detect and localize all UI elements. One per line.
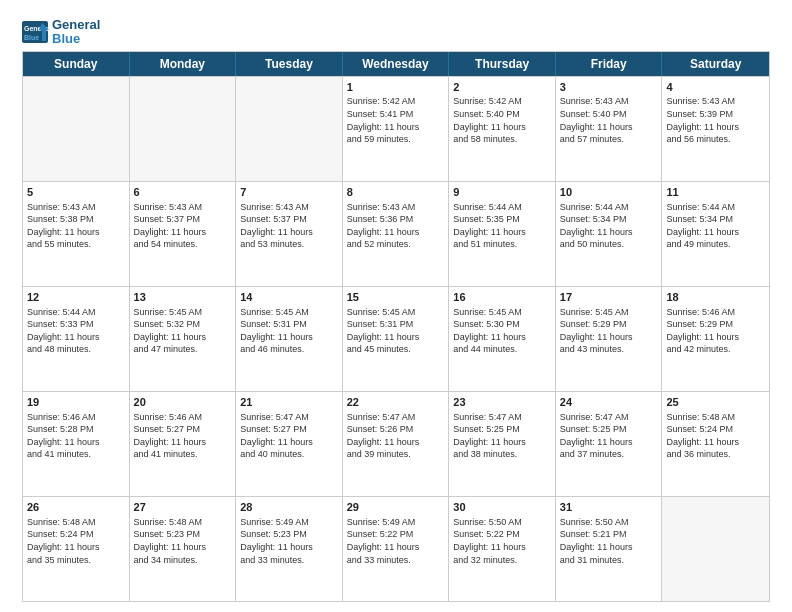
day-number: 21 bbox=[240, 395, 338, 410]
header-day-monday: Monday bbox=[130, 52, 237, 76]
day-number: 15 bbox=[347, 290, 445, 305]
cal-cell-16: 16Sunrise: 5:45 AM Sunset: 5:30 PM Dayli… bbox=[449, 287, 556, 391]
week-row-5: 26Sunrise: 5:48 AM Sunset: 5:24 PM Dayli… bbox=[23, 496, 769, 601]
cal-cell-24: 24Sunrise: 5:47 AM Sunset: 5:25 PM Dayli… bbox=[556, 392, 663, 496]
cal-cell-9: 9Sunrise: 5:44 AM Sunset: 5:35 PM Daylig… bbox=[449, 182, 556, 286]
day-info: Sunrise: 5:42 AM Sunset: 5:41 PM Dayligh… bbox=[347, 95, 445, 145]
week-row-4: 19Sunrise: 5:46 AM Sunset: 5:28 PM Dayli… bbox=[23, 391, 769, 496]
day-info: Sunrise: 5:43 AM Sunset: 5:40 PM Dayligh… bbox=[560, 95, 658, 145]
cal-cell-6: 6Sunrise: 5:43 AM Sunset: 5:37 PM Daylig… bbox=[130, 182, 237, 286]
cal-cell-23: 23Sunrise: 5:47 AM Sunset: 5:25 PM Dayli… bbox=[449, 392, 556, 496]
header-day-tuesday: Tuesday bbox=[236, 52, 343, 76]
day-info: Sunrise: 5:45 AM Sunset: 5:31 PM Dayligh… bbox=[347, 306, 445, 356]
day-number: 24 bbox=[560, 395, 658, 410]
cal-cell-21: 21Sunrise: 5:47 AM Sunset: 5:27 PM Dayli… bbox=[236, 392, 343, 496]
day-number: 19 bbox=[27, 395, 125, 410]
day-info: Sunrise: 5:45 AM Sunset: 5:30 PM Dayligh… bbox=[453, 306, 551, 356]
day-number: 8 bbox=[347, 185, 445, 200]
cal-cell-empty bbox=[662, 497, 769, 601]
cal-cell-7: 7Sunrise: 5:43 AM Sunset: 5:37 PM Daylig… bbox=[236, 182, 343, 286]
cal-cell-1: 1Sunrise: 5:42 AM Sunset: 5:41 PM Daylig… bbox=[343, 77, 450, 181]
day-number: 10 bbox=[560, 185, 658, 200]
day-number: 29 bbox=[347, 500, 445, 515]
cal-cell-29: 29Sunrise: 5:49 AM Sunset: 5:22 PM Dayli… bbox=[343, 497, 450, 601]
day-number: 17 bbox=[560, 290, 658, 305]
cal-cell-empty bbox=[236, 77, 343, 181]
day-number: 16 bbox=[453, 290, 551, 305]
cal-cell-13: 13Sunrise: 5:45 AM Sunset: 5:32 PM Dayli… bbox=[130, 287, 237, 391]
day-info: Sunrise: 5:46 AM Sunset: 5:28 PM Dayligh… bbox=[27, 411, 125, 461]
day-number: 3 bbox=[560, 80, 658, 95]
day-number: 28 bbox=[240, 500, 338, 515]
day-number: 9 bbox=[453, 185, 551, 200]
day-info: Sunrise: 5:45 AM Sunset: 5:29 PM Dayligh… bbox=[560, 306, 658, 356]
cal-cell-17: 17Sunrise: 5:45 AM Sunset: 5:29 PM Dayli… bbox=[556, 287, 663, 391]
day-number: 20 bbox=[134, 395, 232, 410]
day-info: Sunrise: 5:50 AM Sunset: 5:22 PM Dayligh… bbox=[453, 516, 551, 566]
day-number: 25 bbox=[666, 395, 765, 410]
logo-icon: General Blue bbox=[22, 21, 50, 43]
week-row-2: 5Sunrise: 5:43 AM Sunset: 5:38 PM Daylig… bbox=[23, 181, 769, 286]
cal-cell-18: 18Sunrise: 5:46 AM Sunset: 5:29 PM Dayli… bbox=[662, 287, 769, 391]
day-number: 26 bbox=[27, 500, 125, 515]
day-info: Sunrise: 5:47 AM Sunset: 5:26 PM Dayligh… bbox=[347, 411, 445, 461]
cal-cell-15: 15Sunrise: 5:45 AM Sunset: 5:31 PM Dayli… bbox=[343, 287, 450, 391]
day-number: 12 bbox=[27, 290, 125, 305]
svg-text:Blue: Blue bbox=[24, 34, 39, 41]
day-info: Sunrise: 5:48 AM Sunset: 5:24 PM Dayligh… bbox=[27, 516, 125, 566]
cal-cell-30: 30Sunrise: 5:50 AM Sunset: 5:22 PM Dayli… bbox=[449, 497, 556, 601]
day-info: Sunrise: 5:45 AM Sunset: 5:31 PM Dayligh… bbox=[240, 306, 338, 356]
day-number: 4 bbox=[666, 80, 765, 95]
cal-cell-26: 26Sunrise: 5:48 AM Sunset: 5:24 PM Dayli… bbox=[23, 497, 130, 601]
cal-cell-3: 3Sunrise: 5:43 AM Sunset: 5:40 PM Daylig… bbox=[556, 77, 663, 181]
day-info: Sunrise: 5:49 AM Sunset: 5:23 PM Dayligh… bbox=[240, 516, 338, 566]
cal-cell-empty bbox=[23, 77, 130, 181]
logo-text: General Blue bbox=[52, 18, 100, 47]
day-info: Sunrise: 5:43 AM Sunset: 5:37 PM Dayligh… bbox=[134, 201, 232, 251]
cal-cell-25: 25Sunrise: 5:48 AM Sunset: 5:24 PM Dayli… bbox=[662, 392, 769, 496]
page: General Blue General Blue SundayMondayTu… bbox=[0, 0, 792, 612]
day-info: Sunrise: 5:47 AM Sunset: 5:25 PM Dayligh… bbox=[453, 411, 551, 461]
day-number: 31 bbox=[560, 500, 658, 515]
day-number: 14 bbox=[240, 290, 338, 305]
week-row-3: 12Sunrise: 5:44 AM Sunset: 5:33 PM Dayli… bbox=[23, 286, 769, 391]
cal-cell-22: 22Sunrise: 5:47 AM Sunset: 5:26 PM Dayli… bbox=[343, 392, 450, 496]
cal-cell-2: 2Sunrise: 5:42 AM Sunset: 5:40 PM Daylig… bbox=[449, 77, 556, 181]
day-number: 1 bbox=[347, 80, 445, 95]
header-day-friday: Friday bbox=[556, 52, 663, 76]
cal-cell-8: 8Sunrise: 5:43 AM Sunset: 5:36 PM Daylig… bbox=[343, 182, 450, 286]
day-number: 30 bbox=[453, 500, 551, 515]
day-number: 2 bbox=[453, 80, 551, 95]
calendar: SundayMondayTuesdayWednesdayThursdayFrid… bbox=[22, 51, 770, 602]
day-info: Sunrise: 5:47 AM Sunset: 5:27 PM Dayligh… bbox=[240, 411, 338, 461]
week-row-1: 1Sunrise: 5:42 AM Sunset: 5:41 PM Daylig… bbox=[23, 76, 769, 181]
cal-cell-28: 28Sunrise: 5:49 AM Sunset: 5:23 PM Dayli… bbox=[236, 497, 343, 601]
cal-cell-5: 5Sunrise: 5:43 AM Sunset: 5:38 PM Daylig… bbox=[23, 182, 130, 286]
cal-cell-31: 31Sunrise: 5:50 AM Sunset: 5:21 PM Dayli… bbox=[556, 497, 663, 601]
cal-cell-19: 19Sunrise: 5:46 AM Sunset: 5:28 PM Dayli… bbox=[23, 392, 130, 496]
day-number: 18 bbox=[666, 290, 765, 305]
day-number: 7 bbox=[240, 185, 338, 200]
header-day-saturday: Saturday bbox=[662, 52, 769, 76]
cal-cell-20: 20Sunrise: 5:46 AM Sunset: 5:27 PM Dayli… bbox=[130, 392, 237, 496]
day-number: 6 bbox=[134, 185, 232, 200]
day-number: 23 bbox=[453, 395, 551, 410]
day-number: 27 bbox=[134, 500, 232, 515]
header-day-wednesday: Wednesday bbox=[343, 52, 450, 76]
header-day-sunday: Sunday bbox=[23, 52, 130, 76]
day-info: Sunrise: 5:44 AM Sunset: 5:34 PM Dayligh… bbox=[560, 201, 658, 251]
day-info: Sunrise: 5:43 AM Sunset: 5:37 PM Dayligh… bbox=[240, 201, 338, 251]
day-number: 22 bbox=[347, 395, 445, 410]
day-info: Sunrise: 5:44 AM Sunset: 5:35 PM Dayligh… bbox=[453, 201, 551, 251]
calendar-body: 1Sunrise: 5:42 AM Sunset: 5:41 PM Daylig… bbox=[23, 76, 769, 601]
day-info: Sunrise: 5:48 AM Sunset: 5:24 PM Dayligh… bbox=[666, 411, 765, 461]
logo: General Blue General Blue bbox=[22, 18, 100, 47]
day-info: Sunrise: 5:42 AM Sunset: 5:40 PM Dayligh… bbox=[453, 95, 551, 145]
day-info: Sunrise: 5:47 AM Sunset: 5:25 PM Dayligh… bbox=[560, 411, 658, 461]
day-info: Sunrise: 5:46 AM Sunset: 5:29 PM Dayligh… bbox=[666, 306, 765, 356]
cal-cell-11: 11Sunrise: 5:44 AM Sunset: 5:34 PM Dayli… bbox=[662, 182, 769, 286]
header: General Blue General Blue bbox=[22, 18, 770, 47]
day-info: Sunrise: 5:46 AM Sunset: 5:27 PM Dayligh… bbox=[134, 411, 232, 461]
cal-cell-12: 12Sunrise: 5:44 AM Sunset: 5:33 PM Dayli… bbox=[23, 287, 130, 391]
day-info: Sunrise: 5:43 AM Sunset: 5:36 PM Dayligh… bbox=[347, 201, 445, 251]
